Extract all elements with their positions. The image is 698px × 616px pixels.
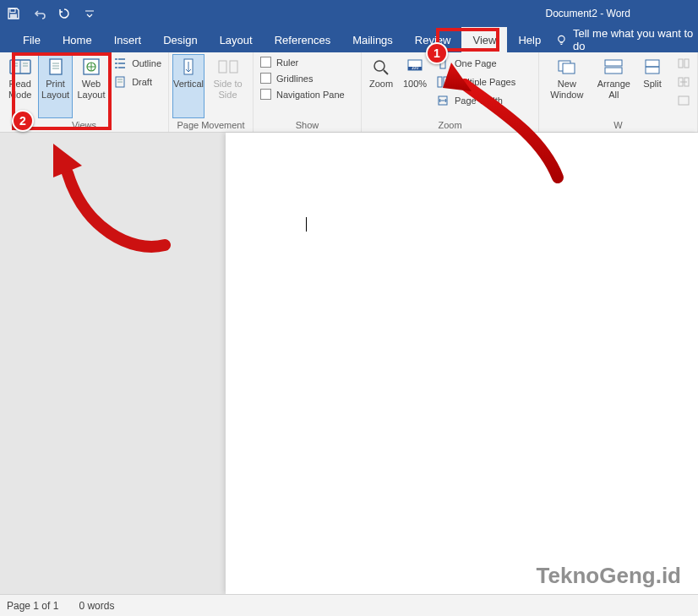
title-bar: Document2 - Word (0, 0, 698, 27)
svg-rect-28 (444, 77, 448, 87)
checkbox-icon (260, 89, 271, 100)
page-movement-label: Page Movement (172, 118, 249, 132)
group-page-movement: Vertical Side to Side Page Movement (169, 52, 254, 132)
left-gutter (0, 133, 226, 594)
svg-rect-32 (605, 60, 622, 66)
new-window-button[interactable]: New Window (543, 54, 592, 118)
reset-window-button[interactable] (673, 93, 694, 108)
page-indicator[interactable]: Page 1 of 1 (7, 600, 58, 612)
outline-label: Outline (132, 58, 161, 68)
arrange-all-icon (602, 57, 625, 76)
web-layout-button[interactable]: Web Layout (74, 54, 108, 118)
reset-window-icon (677, 94, 690, 107)
side-to-side-icon (216, 57, 240, 76)
multiple-pages-button[interactable]: Multiple Pages (433, 74, 519, 90)
zoom-group-label: Zoom (365, 118, 535, 132)
annotation-badge-2: 2 (12, 110, 34, 132)
page-width-button[interactable]: Page Width (433, 93, 519, 108)
draft-button[interactable]: Draft (110, 74, 165, 90)
page-width-icon (436, 94, 450, 107)
watermark: TeknoGeng.id (537, 563, 681, 589)
group-show: Ruler Gridlines Navigation Pane Show (254, 52, 362, 132)
print-layout-label: Print Layout (41, 79, 69, 100)
svg-rect-19 (219, 61, 226, 73)
multi-pages-label: Multiple Pages (455, 77, 515, 87)
tab-file[interactable]: File (12, 27, 52, 52)
checkbox-icon (260, 73, 271, 84)
undo-icon[interactable] (32, 7, 46, 20)
tab-layout[interactable]: Layout (209, 27, 264, 52)
ribbon: Read Mode Print Layout Web Layout Outlin… (0, 52, 698, 133)
split-label: Split (643, 79, 661, 89)
tell-me-search[interactable]: Tell me what you want to do (555, 27, 698, 52)
zoom-100-button[interactable]: 100 100% (399, 54, 431, 118)
vertical-icon (177, 57, 200, 76)
tell-me-label: Tell me what you want to do (573, 27, 698, 52)
svg-point-2 (559, 35, 564, 41)
window-title: Document2 - Word (0, 8, 698, 19)
tab-references[interactable]: References (264, 27, 341, 52)
sync-scroll-icon (677, 75, 690, 89)
side-to-side-label: Side to Side (213, 79, 242, 100)
svg-rect-9 (50, 59, 62, 74)
svg-rect-31 (563, 63, 575, 74)
tab-insert[interactable]: Insert (103, 27, 153, 52)
view-side-by-side-button[interactable] (673, 56, 694, 71)
zoom-button[interactable]: Zoom (365, 54, 397, 118)
tab-view[interactable]: View (461, 27, 507, 52)
sync-scroll-button[interactable] (673, 74, 694, 90)
save-icon[interactable] (7, 7, 20, 20)
new-window-icon (555, 57, 579, 76)
gridlines-checkbox[interactable]: Gridlines (257, 72, 348, 84)
svg-text:100: 100 (412, 65, 419, 70)
navigation-pane-checkbox[interactable]: Navigation Pane (257, 88, 348, 101)
one-page-label: One Page (455, 58, 497, 68)
draft-icon (113, 75, 127, 89)
zoom-100-icon: 100 (403, 57, 427, 76)
new-window-label: New Window (550, 79, 583, 100)
web-layout-icon (79, 57, 103, 76)
group-zoom: Zoom 100 100% One Page Multiple Pages Pa… (362, 52, 539, 132)
read-mode-icon (8, 57, 32, 76)
side-by-side-icon (677, 57, 690, 70)
nav-label: Navigation Pane (276, 90, 345, 100)
tab-design[interactable]: Design (152, 27, 208, 52)
side-to-side-button[interactable]: Side to Side (206, 54, 249, 118)
zoom-icon (369, 57, 393, 76)
vertical-button[interactable]: Vertical (172, 54, 204, 118)
ruler-label: Ruler (276, 57, 298, 68)
zoom-100-label: 100% (403, 79, 427, 89)
quick-access-toolbar (7, 7, 96, 20)
split-button[interactable]: Split (636, 54, 668, 118)
gridlines-label: Gridlines (276, 74, 313, 84)
draft-label: Draft (132, 77, 152, 87)
read-mode-button[interactable]: Read Mode (3, 54, 36, 118)
status-bar: Page 1 of 1 0 words (0, 594, 698, 616)
print-layout-icon (44, 57, 68, 76)
outline-button[interactable]: Outline (110, 56, 165, 71)
ribbon-tabs: File Home Insert Design Layout Reference… (0, 27, 698, 52)
customize-qat-icon[interactable] (83, 7, 96, 20)
tab-home[interactable]: Home (52, 27, 103, 52)
svg-rect-20 (230, 61, 237, 73)
svg-rect-27 (438, 77, 442, 87)
page-width-label: Page Width (455, 95, 503, 106)
arrange-all-button[interactable]: Arrange All (593, 54, 635, 118)
document-page[interactable] (226, 133, 698, 594)
repeat-icon[interactable] (57, 7, 71, 20)
svg-rect-40 (679, 96, 689, 105)
multiple-pages-icon (436, 75, 450, 89)
window-group-label: W (543, 118, 694, 132)
split-icon (641, 57, 664, 76)
svg-rect-36 (679, 59, 683, 68)
print-layout-button[interactable]: Print Layout (38, 54, 72, 118)
zoom-label: Zoom (369, 79, 393, 89)
svg-point-21 (374, 61, 384, 71)
tab-help[interactable]: Help (507, 27, 552, 52)
read-mode-label: Read Mode (8, 79, 32, 100)
word-count[interactable]: 0 words (79, 600, 114, 612)
tab-mailings[interactable]: Mailings (341, 27, 404, 52)
svg-rect-33 (605, 68, 622, 74)
ruler-checkbox[interactable]: Ruler (257, 56, 348, 68)
svg-rect-0 (10, 9, 15, 13)
